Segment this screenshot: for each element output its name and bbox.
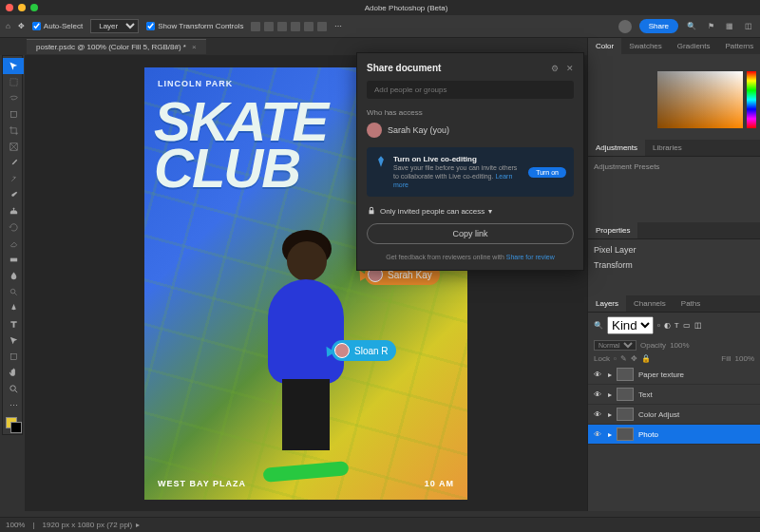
lock-pixels-icon[interactable]: ✎ — [620, 354, 627, 363]
close-dialog-icon[interactable]: ✕ — [566, 64, 574, 73]
filter-type-icon[interactable]: T — [674, 321, 679, 330]
layer-row[interactable]: 👁 ▸ Photo — [588, 425, 760, 445]
tab-swatches[interactable]: Swatches — [621, 38, 670, 54]
chevron-right-icon[interactable]: ▸ — [136, 521, 140, 529]
lock-position-icon[interactable]: ✥ — [631, 354, 637, 363]
close-tab-icon[interactable]: × — [192, 43, 197, 51]
tab-color[interactable]: Color — [588, 38, 621, 54]
layers-panel-tabs: Layers Channels Paths — [588, 295, 760, 312]
pen-tool[interactable] — [3, 300, 24, 316]
color-swatches[interactable] — [3, 413, 22, 432]
auto-select-checkbox[interactable]: Auto-Select — [32, 22, 83, 30]
visibility-toggle-icon[interactable]: 👁 — [594, 390, 603, 399]
layer-row[interactable]: 👁 ▸ Paper texture — [588, 365, 760, 385]
expand-icon[interactable]: ▸ — [608, 410, 612, 419]
expand-icon[interactable]: ▸ — [608, 430, 612, 439]
hue-slider[interactable] — [747, 71, 756, 128]
gradient-tool[interactable] — [3, 252, 24, 268]
dodge-tool[interactable] — [3, 284, 24, 300]
notifications-icon[interactable]: ⚑ — [705, 21, 716, 32]
arrange-icon[interactable]: ▦ — [724, 21, 735, 32]
color-picker-field[interactable] — [657, 71, 743, 128]
selection-tool[interactable] — [3, 106, 24, 123]
svg-rect-0 — [10, 79, 16, 86]
eyedropper-tool[interactable] — [3, 155, 24, 171]
share-footer-text: Get feedback from reviewers online with … — [367, 254, 574, 260]
clone-stamp-tool[interactable] — [3, 203, 24, 219]
auto-select-target-dropdown[interactable]: Layer — [90, 19, 139, 33]
marquee-tool[interactable] — [3, 74, 24, 90]
crop-tool[interactable] — [3, 123, 24, 139]
zoom-level[interactable]: 100% — [6, 521, 25, 529]
background-color-swatch[interactable] — [10, 422, 22, 433]
align-center-v-icon[interactable] — [304, 22, 314, 31]
access-mode-dropdown[interactable]: Only invited people can access ▾ — [367, 206, 574, 216]
add-people-input[interactable]: Add people or groups — [367, 81, 574, 99]
zoom-tool[interactable] — [3, 381, 24, 397]
show-transform-checkbox[interactable]: Show Transform Controls — [146, 22, 243, 30]
align-left-icon[interactable] — [251, 22, 260, 31]
frame-tool[interactable] — [3, 139, 24, 155]
svg-point-4 — [10, 289, 15, 294]
tab-layers[interactable]: Layers — [588, 295, 626, 312]
path-selection-tool[interactable] — [3, 332, 24, 349]
visibility-toggle-icon[interactable]: 👁 — [594, 370, 603, 379]
tab-paths[interactable]: Paths — [674, 295, 708, 312]
share-button[interactable]: Share — [639, 19, 678, 33]
layer-filter-icon[interactable]: 🔍 — [594, 321, 603, 330]
blend-mode-dropdown[interactable]: Normal — [594, 340, 636, 351]
more-options-icon[interactable]: ⋯ — [334, 22, 342, 30]
shape-tool[interactable] — [3, 349, 24, 365]
visibility-toggle-icon[interactable]: 👁 — [594, 430, 603, 439]
type-tool[interactable] — [3, 316, 24, 332]
tab-libraries[interactable]: Libraries — [645, 140, 690, 156]
healing-brush-tool[interactable] — [3, 171, 24, 187]
minimize-window-button[interactable] — [18, 4, 26, 11]
tab-channels[interactable]: Channels — [626, 295, 674, 312]
align-top-icon[interactable] — [291, 22, 300, 31]
filter-shape-icon[interactable]: ▭ — [683, 321, 691, 330]
workspace-icon[interactable]: ◫ — [743, 21, 754, 32]
user-avatar-icon[interactable] — [618, 20, 632, 33]
expand-icon[interactable]: ▸ — [608, 390, 612, 399]
close-window-button[interactable] — [6, 4, 13, 11]
lasso-tool[interactable] — [3, 90, 24, 106]
tab-properties[interactable]: Properties — [588, 222, 637, 238]
filter-adjustment-icon[interactable]: ◐ — [664, 321, 671, 330]
layer-thumbnail — [617, 428, 634, 441]
options-bar: ⌂ ✥ Auto-Select Layer Show Transform Con… — [0, 15, 760, 38]
copy-link-button[interactable]: Copy link — [367, 223, 574, 244]
layer-row[interactable]: 👁 ▸ Text — [588, 385, 760, 405]
search-icon[interactable]: 🔍 — [686, 21, 697, 32]
brush-tool[interactable] — [3, 187, 24, 203]
history-brush-tool[interactable] — [3, 219, 24, 236]
share-for-review-link[interactable]: Share for review — [506, 254, 555, 260]
right-panel-dock: Color Swatches Gradients Patterns Adjust… — [587, 38, 760, 511]
tab-patterns[interactable]: Patterns — [718, 38, 761, 54]
blur-tool[interactable] — [3, 268, 24, 284]
hand-tool[interactable] — [3, 365, 24, 381]
visibility-toggle-icon[interactable]: 👁 — [594, 410, 603, 419]
align-center-h-icon[interactable] — [264, 22, 274, 31]
document-tab[interactable]: poster.psdc @ 100% (Color Fill 5, RGB/8#… — [27, 39, 206, 54]
tab-gradients[interactable]: Gradients — [670, 38, 718, 54]
lock-all-icon[interactable]: 🔒 — [641, 354, 651, 363]
filter-smart-icon[interactable]: ◫ — [694, 321, 702, 330]
edit-toolbar-icon[interactable]: ⋯ — [3, 397, 24, 413]
layer-filter-kind-dropdown[interactable]: Kind — [607, 316, 654, 334]
expand-icon[interactable]: ▸ — [608, 370, 612, 379]
layer-row[interactable]: 👁 ▸ Color Adjust — [588, 405, 760, 425]
tab-adjustments[interactable]: Adjustments — [588, 140, 645, 156]
eraser-tool[interactable] — [3, 236, 24, 252]
align-right-icon[interactable] — [277, 22, 287, 31]
align-bottom-icon[interactable] — [317, 22, 327, 31]
maximize-window-button[interactable] — [30, 4, 38, 11]
window-traffic-lights[interactable] — [6, 4, 38, 11]
share-settings-icon[interactable]: ⚙ — [551, 64, 559, 73]
home-icon[interactable]: ⌂ — [6, 22, 10, 30]
move-tool[interactable] — [3, 58, 24, 74]
lock-transparency-icon[interactable]: ▫ — [614, 354, 617, 363]
filter-pixel-icon[interactable]: ▫ — [657, 321, 660, 330]
turn-on-button[interactable]: Turn on — [528, 167, 566, 178]
collab-avatar-icon — [334, 343, 350, 358]
